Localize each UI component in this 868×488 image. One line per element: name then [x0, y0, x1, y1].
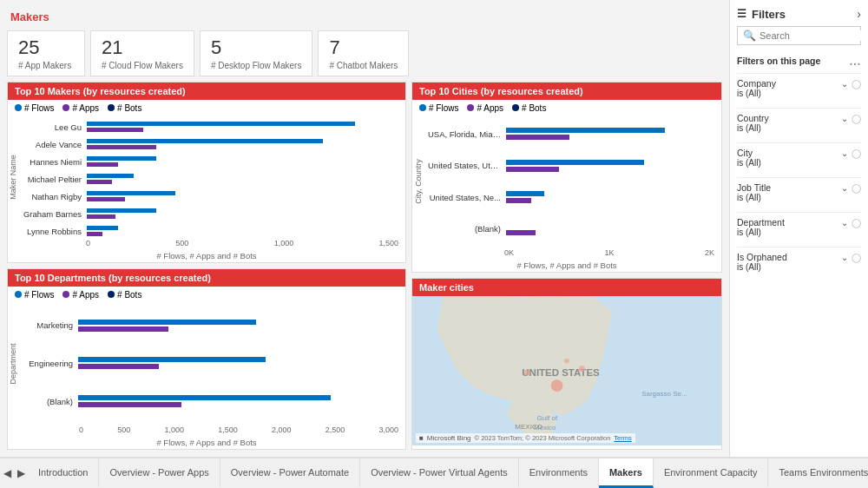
dept-bars-2 [78, 394, 402, 408]
kpi-cloud-flow-makers: 21 # Cloud Flow Makers [90, 30, 194, 76]
tab-teams-environments[interactable]: Teams Environments [768, 458, 868, 488]
maker-row-0: Lee Gu [22, 121, 402, 133]
filter-orphaned-expand[interactable]: ⌄ [841, 253, 848, 262]
maker-bars-2 [87, 155, 402, 168]
filters-expand-icon[interactable]: › [857, 7, 861, 21]
dept-bars-0 [78, 319, 402, 333]
maker-label-6: Lynne Robbins [22, 227, 87, 236]
filter-search-input[interactable] [760, 30, 868, 41]
city-legend-bots: # Bots [512, 103, 546, 113]
map-dot-main [551, 379, 563, 392]
city-label-2: United States, Ne... [428, 193, 506, 202]
kpi-desktop-flow-makers: 5 # Desktop Flow Makers [200, 30, 312, 76]
dept-row-1: Engineering [22, 356, 402, 370]
dept-legend-bots: # Bots [108, 290, 141, 300]
filter-item-country: Country ⌄ ◯ is (All) [737, 108, 861, 137]
maker-bars-5 [87, 208, 402, 220]
filters-section-title: Filters on this page … [737, 54, 861, 68]
filters-panel: ☰ Filters › 🔍 Filters on this page … Com… [729, 0, 868, 457]
tab-makers[interactable]: Makers [599, 458, 654, 488]
tab-overview-power-virtual-agents[interactable]: Overview - Power Virtual Agents [360, 458, 519, 488]
top-makers-chart-header: Top 10 Makers (by resources created) [8, 82, 405, 100]
map-us-label: UNITED STATES [522, 367, 600, 378]
maker-row-4: Nathan Rigby [22, 190, 402, 202]
filter-country-expand[interactable]: ⌄ [841, 114, 848, 123]
bing-logo: ■ [419, 434, 424, 442]
maker-bars-1 [87, 138, 402, 150]
filter-dept-clear[interactable]: ◯ [852, 218, 861, 228]
filter-company-clear[interactable]: ◯ [852, 79, 861, 89]
main-area: Makers 25 # App Makers 21 # Cloud Flow M… [0, 0, 868, 457]
tab-introduction[interactable]: Introduction [28, 458, 99, 488]
filter-item-is-orphaned: Is Orphaned ⌄ ◯ is (All) [737, 247, 861, 276]
top-makers-chart: Top 10 Makers (by resources created) # F… [7, 82, 406, 263]
filter-company-expand[interactable]: ⌄ [841, 79, 848, 89]
dept-legend-apps: # Apps [62, 290, 99, 300]
bing-label: Microsoft Bing [427, 434, 471, 442]
cities-x-label: # Flows, # Apps and # Bots [412, 259, 721, 272]
city-legend-apps: # Apps [467, 103, 503, 113]
cities-x-axis: 0K 1K 2K [412, 247, 721, 259]
map-terms-link[interactable]: Terms [614, 434, 631, 442]
filters-section-dots[interactable]: … [849, 54, 861, 68]
city-row-1: United States, Uta... [428, 159, 718, 173]
filter-search-box[interactable]: 🔍 [737, 26, 861, 45]
top-cities-legend: # Flows # Apps # Bots [412, 100, 721, 116]
kpi-desktop-value: 5 [211, 36, 301, 59]
tab-environments[interactable]: Environments [519, 458, 599, 488]
kpi-app-makers-label: # App Makers [18, 61, 74, 70]
filter-city-expand[interactable]: ⌄ [841, 148, 848, 158]
tab-overview-power-automate[interactable]: Overview - Power Automate [220, 458, 360, 488]
kpi-desktop-label: # Desktop Flow Makers [211, 61, 301, 70]
city-row-0: USA, Florida, Miami [428, 127, 718, 141]
maker-bars-4 [87, 190, 402, 202]
filter-dept-expand[interactable]: ⌄ [841, 218, 848, 228]
filter-jobtitle-expand[interactable]: ⌄ [841, 183, 848, 193]
kpi-chatbot-makers: 7 # Chatbot Makers [318, 30, 409, 76]
bots-dot [108, 104, 115, 111]
filter-icon: ☰ [737, 8, 746, 20]
filter-country-clear[interactable]: ◯ [852, 114, 861, 123]
filter-jobtitle-clear[interactable]: ◯ [852, 183, 861, 193]
filter-city-clear[interactable]: ◯ [852, 148, 861, 158]
city-bars-2 [506, 190, 718, 204]
city-row-3: (Blank) [428, 222, 718, 236]
kpi-row: 25 # App Makers 21 # Cloud Flow Makers 5… [7, 30, 722, 76]
tab-overview-power-apps[interactable]: Overview - Power Apps [99, 458, 220, 488]
maker-row-2: Hannes Niemi [22, 155, 402, 168]
tab-next-button[interactable]: ▶ [14, 458, 28, 488]
content-area: Makers 25 # App Makers 21 # Cloud Flow M… [0, 0, 729, 457]
kpi-chatbot-label: # Chatbot Makers [329, 61, 398, 70]
map-gulf-label: Gulf of [537, 414, 558, 422]
dept-y-axis-label: Department [9, 329, 17, 399]
kpi-app-makers-value: 25 [18, 36, 74, 59]
dept-apps-dot [62, 291, 69, 298]
legend-flows: # Flows [15, 103, 54, 113]
dept-row-2: (Blank) [22, 394, 402, 408]
city-label-0: USA, Florida, Miami [428, 129, 506, 139]
city-bots-dot [512, 104, 519, 111]
kpi-chatbot-value: 7 [329, 36, 398, 59]
filter-orphaned-clear[interactable]: ◯ [852, 253, 861, 262]
maker-label-0: Lee Gu [22, 122, 87, 132]
map-mexico-label: MEXICO [515, 423, 542, 431]
legend-bots: # Bots [108, 103, 141, 113]
maker-label-1: Adele Vance [22, 140, 87, 149]
maker-label-3: Michael Peltier [22, 175, 87, 184]
map-footer: ■ Microsoft Bing © 2023 TomTom; © 2023 M… [416, 433, 635, 443]
tab-environment-capacity[interactable]: Environment Capacity [654, 458, 769, 488]
maker-bars-0 [87, 121, 402, 133]
top-cities-chart-header: Top 10 Cities (by resources created) [412, 82, 721, 100]
depts-x-axis: 0 500 1,000 1,500 2,000 2,500 3,000 [8, 424, 405, 436]
map-sargasso-label: Sargasso Se... [641, 390, 687, 398]
bottom-tabs: ◀ ▶ Introduction Overview - Power Apps O… [0, 457, 868, 488]
tab-prev-button[interactable]: ◀ [0, 458, 14, 488]
page-title: Makers [7, 7, 722, 25]
city-bars-0 [506, 127, 718, 141]
dept-row-0: Marketing [22, 319, 402, 333]
city-row-2: United States, Ne... [428, 190, 718, 204]
maker-cities-map: Maker cities U [411, 278, 722, 450]
city-label-3: (Blank) [428, 224, 506, 234]
cities-y-axis-label: City, Country [414, 147, 423, 216]
filter-item-job-title: Job Title ⌄ ◯ is (All) [737, 177, 861, 207]
